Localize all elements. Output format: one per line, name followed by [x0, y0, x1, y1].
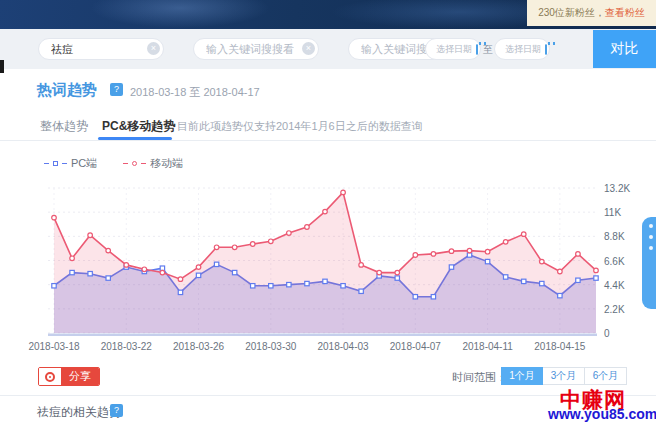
legend-dash: [141, 163, 146, 164]
x-axis-label: 2018-03-18: [28, 341, 79, 352]
watermark-site-url: www.you85.com: [548, 406, 656, 422]
floating-side-widget[interactable]: [642, 217, 656, 309]
widget-dot-icon: [649, 224, 653, 228]
end-date-picker[interactable]: 选择日期: [494, 38, 550, 60]
legend-item-pc[interactable]: PC端: [44, 156, 97, 171]
x-axis-label: 2018-03-30: [245, 341, 296, 352]
time-range-6month-button[interactable]: 6个月: [585, 367, 627, 385]
y-axis-label: 8.8K: [604, 231, 625, 242]
x-axis-label: 2018-04-03: [317, 341, 368, 352]
time-range-3month-button[interactable]: 3个月: [543, 367, 585, 385]
y-axis-label: 2.2K: [604, 304, 625, 315]
x-axis-label: 2018-03-26: [173, 341, 224, 352]
banner-decoration: [90, 0, 270, 28]
share-button-label: 分享: [61, 368, 99, 385]
pc-square-marker-icon: [53, 161, 58, 166]
help-badge-icon[interactable]: ?: [110, 404, 123, 417]
tabs-note: 目前此项趋势仅支持2014年1月6日之后的数据查询: [177, 119, 423, 134]
page-title: 热词趋势: [37, 81, 97, 100]
end-date-placeholder: 选择日期: [505, 43, 541, 56]
date-range-separator: 至: [483, 43, 493, 57]
widget-dot-icon: [649, 235, 653, 239]
filter-bar: × × × 选择日期 至 选择日期 对比: [0, 29, 656, 69]
y-axis-label: 13.2K: [604, 183, 630, 194]
x-axis-label: 2018-04-15: [534, 341, 585, 352]
legend-item-mobile[interactable]: 移动端: [123, 156, 183, 171]
calendar-icon: [545, 44, 547, 55]
keyword-input-2[interactable]: [193, 38, 319, 60]
x-axis-label: 2018-04-07: [390, 341, 441, 352]
weibo-icon: [39, 368, 61, 385]
compare-button[interactable]: 对比: [593, 30, 656, 68]
legend-label: PC端: [71, 156, 97, 171]
time-range-group: 1个月 3个月 6个月: [501, 367, 627, 385]
header-date-range: 2018-03-18 至 2018-04-17: [130, 85, 260, 100]
y-axis-label: 4.4K: [604, 280, 625, 291]
start-date-picker[interactable]: 选择日期: [425, 38, 481, 60]
time-range-label: 时间范围：: [452, 370, 507, 385]
share-button[interactable]: 分享: [38, 367, 100, 386]
legend-dash: [123, 163, 128, 164]
chart-legend: PC端 移动端: [44, 156, 183, 171]
y-axis-label: 11K: [604, 207, 621, 218]
divider: [0, 140, 656, 141]
time-range-1month-button[interactable]: 1个月: [501, 367, 543, 385]
trend-chart-svg: [48, 185, 597, 339]
related-trend-title: 祛痘的相关趋势: [37, 404, 121, 421]
calendar-icon: [476, 44, 478, 55]
legend-label: 移动端: [150, 156, 183, 171]
legend-dash: [44, 163, 49, 164]
keyword-input-1[interactable]: [38, 38, 164, 60]
widget-dot-icon: [649, 246, 653, 250]
divider: [0, 395, 656, 396]
help-badge-icon[interactable]: ?: [110, 83, 123, 96]
start-date-placeholder: 选择日期: [436, 43, 472, 56]
y-axis-label: 6.6K: [604, 256, 625, 267]
tab-overall-trend[interactable]: 整体趋势: [40, 118, 88, 135]
fans-notification: 230位新粉丝，查看粉丝: [527, 0, 656, 26]
x-axis-label: 2018-03-22: [101, 341, 152, 352]
trend-chart[interactable]: 02.2K4.4K6.6K8.8K11K13.2K2018-03-182018-…: [48, 185, 652, 357]
y-axis-label: 0: [604, 328, 610, 339]
tab-pc-mobile-trend[interactable]: PC&移动趋势: [102, 118, 175, 135]
x-axis-label: 2018-04-11: [462, 341, 512, 352]
mobile-circle-marker-icon: [132, 161, 137, 166]
notification-text: 230位新粉丝，: [538, 6, 605, 20]
clear-icon[interactable]: ×: [302, 42, 315, 55]
screenshot-edge-artifact: [0, 60, 4, 73]
clear-icon[interactable]: ×: [147, 42, 160, 55]
view-fans-link[interactable]: 查看粉丝: [605, 6, 645, 20]
legend-dash: [62, 163, 67, 164]
trend-page: 230位新粉丝，查看粉丝 × × × 选择日期 至 选择日期 对比 热词趋势 ?…: [0, 0, 656, 423]
